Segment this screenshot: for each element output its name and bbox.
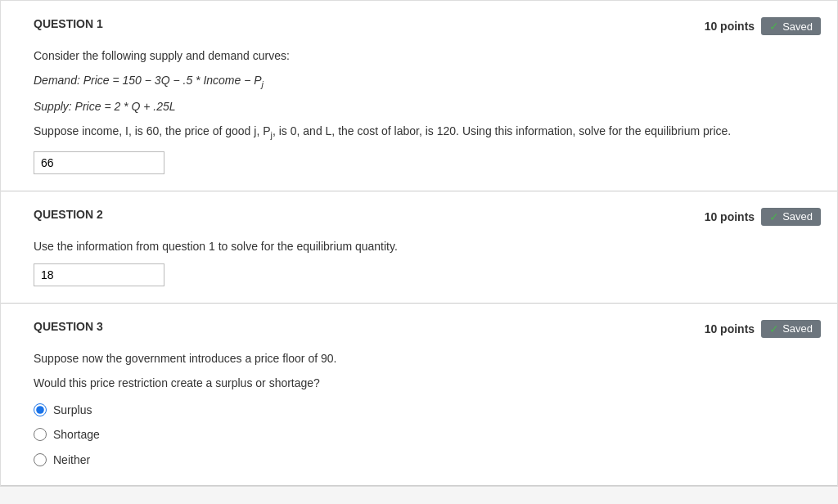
q3-surplus-label: Surplus [53, 401, 92, 419]
saved-label-3: Saved [782, 322, 813, 335]
demand-label: Demand: Price [34, 74, 110, 87]
supply-label: Supply: Price [34, 100, 101, 113]
check-icon-3: ✓ [769, 322, 779, 335]
question-1-block: QUESTION 1 10 points ✓ Saved Consider th… [1, 1, 837, 191]
q3-radio-neither[interactable] [34, 453, 47, 466]
question-2-title: QUESTION 2 [34, 208, 103, 221]
question-1-points: 10 points [705, 20, 755, 33]
question-3-meta: 10 points ✓ Saved [705, 320, 821, 338]
question-2-points: 10 points [705, 210, 755, 223]
demand-eq: = 150 − 3Q − .5 * Income − P [112, 74, 261, 87]
q3-option-surplus[interactable]: Surplus [34, 401, 821, 419]
question-1-title: QUESTION 1 [34, 17, 103, 30]
q1-question-text: Suppose income, I, is 60, the price of g… [34, 122, 821, 142]
check-icon-2: ✓ [769, 210, 779, 223]
q3-intro: Suppose now the government introduces a … [34, 349, 821, 367]
check-icon: ✓ [769, 20, 779, 33]
q1-answer-input[interactable] [34, 151, 164, 174]
question-3-title: QUESTION 3 [34, 320, 103, 333]
q3-neither-label: Neither [53, 451, 90, 469]
q1-demand: Demand: Price = 150 − 3Q − .5 * Income −… [34, 71, 821, 92]
q2-answer-input[interactable] [34, 263, 164, 286]
question-1-body: Consider the following supply and demand… [34, 47, 821, 174]
page-container: QUESTION 1 10 points ✓ Saved Consider th… [0, 0, 838, 487]
q1-supply: Supply: Price = 2 * Q + .25L [34, 97, 821, 115]
saved-label: Saved [782, 20, 813, 33]
question-2-header: QUESTION 2 10 points ✓ Saved [34, 208, 821, 226]
q3-radio-group: Surplus Shortage Neither [34, 401, 821, 469]
question-1-saved-badge: ✓ Saved [761, 17, 821, 35]
q3-question-text: Would this price restriction create a su… [34, 374, 821, 392]
q3-radio-surplus[interactable] [34, 403, 47, 416]
demand-subscript: j [262, 79, 264, 89]
question-2-block: QUESTION 2 10 points ✓ Saved Use the inf… [1, 191, 837, 304]
q1-intro: Consider the following supply and demand… [34, 47, 821, 65]
q3-option-shortage[interactable]: Shortage [34, 425, 821, 443]
question-3-body: Suppose now the government introduces a … [34, 349, 821, 469]
q2-question-text: Use the information from question 1 to s… [34, 237, 821, 255]
q3-shortage-label: Shortage [53, 425, 100, 443]
supply-eq: = 2 * Q + .25L [104, 100, 175, 113]
question-3-points: 10 points [705, 322, 755, 335]
question-2-saved-badge: ✓ Saved [761, 208, 821, 226]
q3-radio-shortage[interactable] [34, 428, 47, 441]
question-1-header: QUESTION 1 10 points ✓ Saved [34, 17, 821, 35]
saved-label-2: Saved [782, 210, 813, 223]
question-1-meta: 10 points ✓ Saved [705, 17, 821, 35]
question-2-meta: 10 points ✓ Saved [705, 208, 821, 226]
question-3-block: QUESTION 3 10 points ✓ Saved Suppose now… [1, 304, 837, 486]
question-2-body: Use the information from question 1 to s… [34, 237, 821, 286]
question-3-saved-badge: ✓ Saved [761, 320, 821, 338]
question-3-header: QUESTION 3 10 points ✓ Saved [34, 320, 821, 338]
q3-option-neither[interactable]: Neither [34, 451, 821, 469]
